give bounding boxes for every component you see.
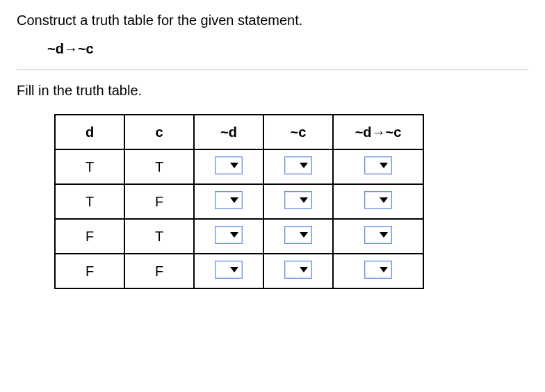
- fill-prompt: Fill in the truth table.: [17, 83, 528, 99]
- header-d: d: [55, 115, 124, 149]
- table-row: F F: [55, 254, 423, 288]
- cell-c: T: [124, 149, 194, 184]
- chevron-down-icon: [380, 197, 388, 203]
- dropdown-not-d-row4[interactable]: [215, 261, 243, 279]
- cell-not-c: [263, 219, 333, 254]
- dropdown-not-d-row3[interactable]: [215, 226, 243, 244]
- chevron-down-icon: [380, 267, 388, 272]
- cell-not-d: [194, 254, 263, 288]
- chevron-down-icon: [230, 267, 238, 272]
- cell-c: F: [124, 254, 194, 288]
- cell-impl: [333, 184, 423, 219]
- cell-impl: [333, 149, 423, 184]
- chevron-down-icon: [230, 197, 238, 203]
- dropdown-impl-row2[interactable]: [364, 191, 392, 209]
- chevron-down-icon: [230, 232, 238, 238]
- dropdown-impl-row3[interactable]: [364, 226, 392, 244]
- table-header-row: d c ~d ~c ~d→~c: [55, 115, 423, 149]
- cell-not-c: [263, 184, 333, 219]
- cell-d: F: [55, 254, 124, 288]
- table-row: F T: [55, 219, 423, 254]
- truth-table: d c ~d ~c ~d→~c T T T F F T: [54, 114, 424, 289]
- dropdown-impl-row4[interactable]: [364, 261, 392, 279]
- dropdown-not-c-row1[interactable]: [284, 156, 312, 174]
- instruction-text: Construct a truth table for the given st…: [17, 13, 528, 28]
- logical-statement: ~d→~c: [47, 41, 528, 57]
- cell-not-d: [194, 219, 263, 254]
- chevron-down-icon: [300, 163, 308, 168]
- chevron-down-icon: [380, 163, 388, 168]
- cell-d: T: [55, 184, 124, 219]
- header-not-c: ~c: [263, 115, 333, 149]
- dropdown-not-c-row2[interactable]: [284, 191, 312, 209]
- cell-not-d: [194, 184, 263, 219]
- dropdown-not-c-row4[interactable]: [284, 261, 312, 279]
- header-c: c: [124, 115, 194, 149]
- header-implication: ~d→~c: [333, 115, 423, 149]
- cell-impl: [333, 219, 423, 254]
- chevron-down-icon: [380, 232, 388, 238]
- cell-c: F: [124, 184, 194, 219]
- cell-d: F: [55, 219, 124, 254]
- cell-not-d: [194, 149, 263, 184]
- cell-c: T: [124, 219, 194, 254]
- cell-d: T: [55, 149, 124, 184]
- dropdown-not-d-row2[interactable]: [215, 191, 243, 209]
- table-row: T T: [55, 149, 423, 184]
- divider: [17, 70, 528, 70]
- cell-not-c: [263, 254, 333, 288]
- header-not-d: ~d: [194, 115, 263, 149]
- chevron-down-icon: [300, 197, 308, 203]
- cell-not-c: [263, 149, 333, 184]
- chevron-down-icon: [300, 267, 308, 272]
- dropdown-impl-row1[interactable]: [364, 156, 392, 174]
- cell-impl: [333, 254, 423, 288]
- dropdown-not-c-row3[interactable]: [284, 226, 312, 244]
- table-row: T F: [55, 184, 423, 219]
- chevron-down-icon: [300, 232, 308, 238]
- chevron-down-icon: [230, 163, 238, 168]
- dropdown-not-d-row1[interactable]: [215, 156, 243, 174]
